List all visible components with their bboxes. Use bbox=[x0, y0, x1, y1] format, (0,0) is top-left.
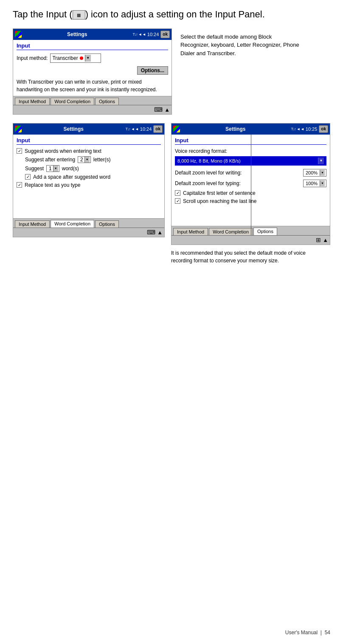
voice-dropdown-value: 8,000 Hz, 8 Bit, Mono (8 KB/s) bbox=[177, 158, 241, 163]
bottom-right-tab-bottom: ⊞ ▲ bbox=[172, 235, 330, 245]
zoom-typing-value: 100% bbox=[305, 181, 318, 186]
tab-arrow-br: ▲ bbox=[323, 237, 328, 243]
top-signal: T↓↑ ◄ ◄ bbox=[132, 32, 145, 37]
zoom-writing-value: 200% bbox=[305, 170, 318, 175]
options-button[interactable]: Options... bbox=[137, 66, 168, 75]
bottom-left-screen: Settings T↓↑ ◄ ◄ 10:24 ok Input Suggest … bbox=[13, 123, 165, 237]
intro-text: Tap the Input (▦) icon to adjust a setti… bbox=[13, 8, 330, 21]
bottom-right-signal: T↓↑ ◄ ◄ bbox=[291, 127, 304, 131]
top-tab-bottom-bar: ⌨ ▲ bbox=[13, 105, 172, 114]
suggest-after-value: 2 bbox=[79, 157, 84, 163]
bottom-left-content: Input Suggest words when entering text S… bbox=[13, 135, 164, 218]
letters-label: letter(s) bbox=[93, 157, 111, 163]
page-number: 54 bbox=[325, 630, 330, 636]
start-logo-bl bbox=[15, 126, 22, 132]
bottom-right-taskbar: Settings T↓↑ ◄ ◄ 10:25 ok bbox=[172, 124, 330, 135]
tab-options-bl[interactable]: Options bbox=[95, 220, 119, 228]
words-label: word(s) bbox=[62, 166, 79, 172]
add-space-row: Add a space after suggested word bbox=[17, 174, 161, 180]
replace-text-checkbox[interactable] bbox=[17, 182, 22, 188]
replace-text-row: Replace text as you type bbox=[17, 182, 161, 188]
capitalize-label: Capitalize first letter of sentence bbox=[183, 190, 256, 196]
page-footer: User's Manual | 54 bbox=[285, 630, 330, 636]
scroll-checkbox[interactable] bbox=[175, 198, 180, 204]
bottom-note-text: It is recommended that you select the de… bbox=[171, 249, 320, 264]
suggest-value: 1 bbox=[48, 166, 53, 172]
top-screen-content: Input Input method: Transcriber ▼ Option… bbox=[13, 40, 172, 96]
bottom-left-app-title: Settings bbox=[23, 126, 124, 132]
footer-label: User's Manual bbox=[285, 630, 318, 636]
red-divider-line bbox=[251, 135, 251, 235]
bottom-right-ok-button[interactable]: ok bbox=[319, 125, 328, 133]
input-method-row: Input method: Transcriber ▼ bbox=[17, 53, 168, 63]
start-logo bbox=[15, 31, 22, 38]
input-method-label: Input method: bbox=[17, 55, 48, 61]
tab-arrow-top: ▲ bbox=[164, 107, 170, 113]
tab-word-completion-br[interactable]: Word Completion bbox=[209, 228, 253, 235]
zoom-writing-arrow-icon: ▼ bbox=[320, 170, 325, 176]
top-screen-mockup: Settings T↓↑ ◄ ◄ 10:24 ok Input Input me… bbox=[13, 28, 172, 115]
tab-icon-br: ⊞ bbox=[316, 236, 321, 243]
add-space-checkbox[interactable] bbox=[25, 174, 31, 180]
capitalize-checkbox[interactable] bbox=[175, 190, 180, 196]
suggest-row: Suggest 1 ▼ word(s) bbox=[17, 165, 161, 172]
suggest-words-checkbox[interactable] bbox=[17, 148, 22, 154]
suggest-label: Suggest bbox=[25, 166, 44, 172]
top-section: Settings T↓↑ ◄ ◄ 10:24 ok Input Input me… bbox=[13, 28, 330, 115]
top-taskbar: Settings T↓↑ ◄ ◄ 10:24 ok bbox=[13, 29, 172, 40]
suggest-words-label: Suggest words when entering text bbox=[25, 148, 101, 154]
tab-options-br[interactable]: Options bbox=[253, 228, 277, 235]
bottom-left-section-title: Input bbox=[17, 137, 161, 145]
zoom-writing-dropdown[interactable]: 200% ▼ bbox=[303, 169, 326, 177]
top-section-title: Input bbox=[17, 42, 168, 50]
top-ok-button[interactable]: ok bbox=[160, 31, 170, 38]
dropdown-value: Transcriber bbox=[52, 55, 78, 61]
tab-word-completion-top[interactable]: Word Completion bbox=[51, 98, 94, 105]
transcriber-description: With Transcriber you can write in cursiv… bbox=[17, 78, 168, 93]
tab-input-method-top[interactable]: Input Method bbox=[15, 98, 50, 105]
tab-icon-bl: ⌨ bbox=[147, 229, 155, 236]
bottom-left-time: 10:24 bbox=[140, 127, 152, 132]
zoom-typing-arrow-icon: ▼ bbox=[320, 180, 325, 186]
bottom-left-signal: T↓↑ ◄ ◄ bbox=[125, 127, 138, 131]
top-tab-bar: Input Method Word Completion Options bbox=[13, 96, 172, 105]
tab-icon-top: ⌨ bbox=[154, 106, 163, 113]
bottom-left-tab-bar: Input Method Word Completion Options bbox=[13, 218, 164, 228]
zoom-writing-label: Default zoom level for writing: bbox=[175, 170, 242, 176]
tab-input-method-br[interactable]: Input Method bbox=[173, 228, 208, 235]
suggest-after-label: Suggest after entering bbox=[25, 157, 75, 163]
voice-dropdown-arrow-icon: ▼ bbox=[318, 157, 324, 164]
input-method-dropdown[interactable]: Transcriber ▼ bbox=[50, 53, 101, 63]
tab-arrow-bl: ▲ bbox=[157, 229, 163, 236]
top-time: 10:24 bbox=[147, 32, 159, 37]
red-dot bbox=[80, 56, 83, 60]
zoom-typing-label: Default zoom level for typing: bbox=[175, 180, 241, 186]
tab-input-method-bl[interactable]: Input Method bbox=[15, 220, 50, 228]
input-panel-icon: ▦ bbox=[73, 10, 85, 20]
suggest-dropdown[interactable]: 1 ▼ bbox=[46, 165, 59, 172]
zoom-typing-dropdown[interactable]: 100% ▼ bbox=[303, 180, 326, 187]
bottom-right-area: Settings T↓↑ ◄ ◄ 10:25 ok Input Voice re… bbox=[171, 123, 330, 264]
bottom-left-taskbar: Settings T↓↑ ◄ ◄ 10:24 ok bbox=[13, 124, 164, 135]
start-logo-br bbox=[173, 126, 180, 132]
tab-word-completion-bl[interactable]: Word Completion bbox=[51, 220, 94, 228]
scroll-label: Scroll upon reaching the last line bbox=[183, 198, 256, 204]
top-right-description: Select the default mode among Block Reco… bbox=[180, 28, 299, 58]
suggest-words-row: Suggest words when entering text bbox=[17, 148, 161, 154]
bottom-right-screen: Settings T↓↑ ◄ ◄ 10:25 ok Input Voice re… bbox=[171, 123, 330, 245]
add-space-label: Add a space after suggested word bbox=[33, 174, 110, 180]
bottom-right-app-title: Settings bbox=[182, 126, 289, 132]
top-app-title: Settings bbox=[23, 31, 131, 37]
suggest-after-row: Suggest after entering 2 ▼ letter(s) bbox=[17, 156, 161, 163]
tab-options-top[interactable]: Options bbox=[95, 98, 119, 105]
suggest-after-arrow-icon: ▼ bbox=[84, 157, 90, 163]
suggest-after-dropdown[interactable]: 2 ▼ bbox=[78, 156, 91, 163]
replace-text-label: Replace text as you type bbox=[25, 182, 80, 188]
bottom-left-ok-button[interactable]: ok bbox=[153, 125, 163, 133]
bottom-right-time: 10:25 bbox=[306, 127, 318, 132]
bottom-section: Settings T↓↑ ◄ ◄ 10:24 ok Input Suggest … bbox=[13, 123, 330, 264]
bottom-left-tab-bottom: ⌨ ▲ bbox=[13, 228, 164, 237]
suggest-arrow-icon: ▼ bbox=[53, 166, 58, 172]
dropdown-arrow-icon: ▼ bbox=[85, 55, 91, 62]
